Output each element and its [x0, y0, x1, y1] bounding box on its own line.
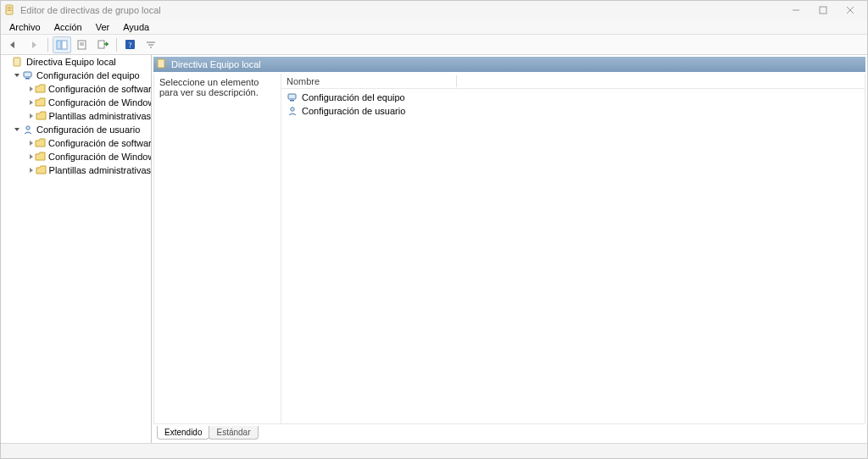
tree-item[interactable]: Configuración de software [1, 136, 151, 150]
tab-standard[interactable]: Estándar [209, 426, 258, 440]
list-item[interactable]: Configuración de usuario [281, 104, 865, 118]
menu-ver[interactable]: Ver [91, 21, 115, 33]
svg-rect-9 [62, 41, 67, 49]
tab-extended[interactable]: Extendido [157, 426, 209, 440]
body: Directiva Equipo local Configuración del… [1, 55, 867, 443]
svg-rect-20 [24, 72, 31, 77]
policy-file-icon [12, 56, 24, 68]
svg-rect-5 [820, 7, 826, 14]
svg-rect-17 [148, 44, 153, 46]
menu-archivo[interactable]: Archivo [4, 21, 46, 33]
list-item[interactable]: Configuración del equipo [281, 91, 865, 104]
tree-item[interactable]: Plantillas administrativas [1, 109, 151, 123]
maximize-button[interactable] [810, 2, 837, 19]
svg-rect-2 [8, 8, 12, 9]
export-button[interactable] [93, 36, 112, 53]
tree-root[interactable]: Directiva Equipo local [1, 55, 151, 69]
toolbar: ? [1, 35, 867, 55]
filter-button[interactable] [142, 36, 160, 53]
folder-icon [36, 83, 46, 95]
svg-rect-8 [57, 41, 61, 49]
computer-icon [22, 69, 34, 81]
chevron-down-icon[interactable] [13, 71, 21, 80]
svg-point-22 [26, 126, 30, 130]
description-column: Seleccione un elemento para ver su descr… [154, 74, 281, 423]
minimize-button[interactable] [782, 2, 810, 19]
folder-icon [36, 97, 46, 108]
chevron-down-icon[interactable] [13, 125, 21, 134]
svg-rect-21 [25, 78, 30, 80]
svg-rect-18 [150, 47, 152, 48]
content-header: Directiva Equipo local [153, 57, 865, 72]
tree-item[interactable]: Configuración de software [1, 82, 151, 96]
folder-icon [36, 164, 47, 176]
column-header[interactable]: Nombre [281, 74, 865, 89]
svg-rect-0 [6, 5, 13, 14]
svg-rect-25 [290, 100, 294, 102]
tree-computer-config[interactable]: Configuración del equipo [1, 69, 151, 82]
computer-icon [287, 91, 298, 103]
window-title: Editor de directivas de grupo local [20, 5, 161, 15]
tab-strip: Extendido Estándar [153, 426, 865, 441]
window-controls [782, 2, 864, 19]
description-text: Seleccione un elemento para ver su descr… [159, 77, 259, 97]
svg-rect-3 [8, 10, 12, 11]
column-name-header[interactable]: Nombre [287, 76, 456, 86]
list-item-label: Configuración de usuario [302, 106, 405, 116]
close-button[interactable] [837, 2, 864, 19]
svg-rect-24 [288, 94, 296, 99]
content-pane: Directiva Equipo local Seleccione un ele… [152, 55, 867, 443]
menubar: Archivo Acción Ver Ayuda [1, 19, 867, 35]
tree-item[interactable]: Configuración de Windows [1, 150, 151, 163]
folder-icon [36, 137, 46, 149]
toolbar-separator [47, 38, 48, 52]
column-separator[interactable] [456, 75, 457, 87]
user-icon [22, 124, 34, 135]
forward-button[interactable] [25, 36, 43, 53]
tree-user-config[interactable]: Configuración de usuario [1, 123, 151, 136]
user-icon [287, 105, 298, 117]
tree-pane[interactable]: Directiva Equipo local Configuración del… [1, 55, 152, 443]
tree-item[interactable]: Plantillas administrativas [1, 163, 151, 177]
menu-accion[interactable]: Acción [49, 21, 87, 33]
svg-rect-23 [158, 59, 164, 68]
chevron-right-icon[interactable] [28, 139, 35, 147]
help-button[interactable]: ? [121, 36, 140, 53]
titlebar: Editor de directivas de grupo local [1, 1, 867, 19]
policy-file-icon [157, 58, 167, 70]
chevron-right-icon[interactable] [28, 112, 36, 120]
chevron-right-icon[interactable] [28, 98, 35, 107]
svg-text:?: ? [129, 41, 132, 49]
svg-rect-16 [147, 41, 155, 43]
menu-ayuda[interactable]: Ayuda [118, 21, 154, 33]
chevron-right-icon[interactable] [28, 152, 35, 161]
back-button[interactable] [4, 36, 23, 53]
toolbar-separator [116, 38, 117, 52]
content-header-title: Directiva Equipo local [171, 59, 261, 69]
app-icon [4, 4, 16, 16]
statusbar [1, 443, 867, 458]
chevron-right-icon[interactable] [28, 166, 36, 174]
list-column: Nombre Configuración del equipo [281, 74, 865, 423]
folder-icon [36, 110, 47, 122]
show-tree-button[interactable] [53, 36, 71, 53]
svg-rect-1 [8, 7, 12, 8]
properties-button[interactable] [73, 36, 92, 53]
tree-item[interactable]: Configuración de Windows [1, 96, 151, 109]
svg-point-26 [291, 108, 294, 111]
chevron-right-icon[interactable] [28, 85, 35, 93]
content-body: Seleccione un elemento para ver su descr… [153, 74, 865, 424]
svg-rect-13 [98, 41, 104, 48]
folder-icon [36, 151, 46, 163]
svg-rect-19 [14, 58, 20, 66]
app-window: Editor de directivas de grupo local Arch… [0, 0, 868, 459]
list-item-label: Configuración del equipo [302, 92, 405, 102]
